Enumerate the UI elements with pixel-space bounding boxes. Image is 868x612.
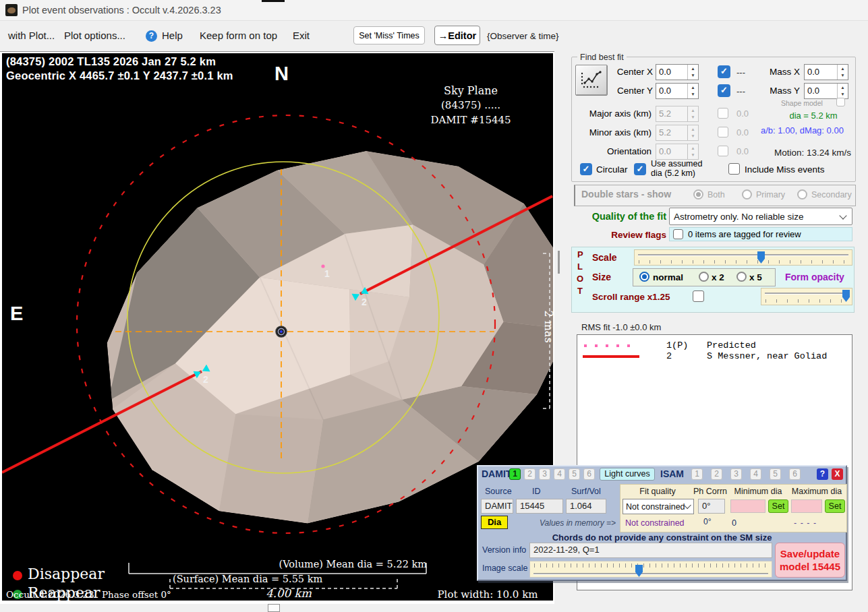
spin-down-icon[interactable]: ▼ (691, 73, 695, 78)
isam-tab-5[interactable]: 5 (770, 468, 781, 480)
center-y-checkbox[interactable]: ✓ (718, 84, 730, 97)
size-normal-radio[interactable] (639, 272, 649, 282)
ph-corrn-value[interactable]: 0° (698, 499, 725, 514)
light-curves-button[interactable]: Light curves (600, 468, 655, 481)
menu-help[interactable]: Help (162, 30, 183, 41)
sky-plane-canvas[interactable] (2, 53, 553, 601)
spin-down-icon[interactable]: ▼ (691, 115, 695, 120)
menu-plot-options[interactable]: Plot options... (64, 30, 125, 41)
damit-help-button[interactable]: ? (817, 468, 828, 480)
legend-row1-name[interactable]: Predicted (707, 340, 756, 350)
spin-down-icon[interactable]: ▼ (840, 73, 844, 78)
orientation-input[interactable]: 0.0 ▲▼ (656, 144, 699, 160)
image-scale-slider-thumb[interactable] (635, 565, 643, 577)
image-scale-slider[interactable] (529, 561, 772, 578)
menu-with-plot[interactable]: with Plot... (8, 30, 55, 41)
splitter-handle[interactable] (558, 251, 560, 274)
damit-tab-3[interactable]: 3 (539, 468, 550, 480)
center-marker[interactable] (276, 326, 287, 337)
set-miss-times-button[interactable]: Set 'Miss' Times (353, 26, 425, 44)
use-assumed-checkbox[interactable]: ✓ (634, 163, 646, 175)
plot-area[interactable]: (84375) 2002 TL135 2026 Jan 27 5.2 km Ge… (2, 53, 553, 601)
form-opacity-label: Form opacity (785, 272, 844, 282)
legend-row1-key[interactable]: 1(P) (666, 340, 688, 350)
isam-tab-2[interactable]: 2 (711, 468, 722, 480)
major-axis-input[interactable]: 5.2 ▲▼ (656, 106, 699, 122)
sky-plane-object: (84375) ..... (407, 99, 535, 111)
spin-up-icon[interactable]: ▲ (691, 146, 695, 151)
partial-control[interactable] (268, 604, 280, 612)
dia-button[interactable]: Dia (481, 516, 508, 529)
mass-x-spinner[interactable]: ▲▼ (837, 65, 848, 80)
double-stars-both-radio[interactable] (693, 189, 703, 200)
legend-row2-key[interactable]: 2 (666, 351, 672, 361)
isam-tab-6[interactable]: 6 (789, 468, 801, 480)
scale-slider[interactable] (634, 249, 852, 266)
title-bar[interactable]: Plot event observations : Occult v.4.202… (0, 0, 868, 21)
editor-button[interactable]: →Editor (434, 26, 480, 45)
center-x-spinner[interactable]: ▲▼ (687, 65, 698, 80)
mass-x-input[interactable]: 0.0 ▲▼ (804, 64, 848, 80)
menu-keep-form-on-top[interactable]: Keep form on top (200, 30, 277, 41)
save-update-button[interactable]: Save/update model 15445 (775, 543, 845, 578)
spin-down-icon[interactable]: ▼ (691, 153, 695, 158)
max-dia-set-button[interactable]: Set (825, 499, 845, 513)
damit-tab-1[interactable]: 1 (509, 468, 521, 480)
size-x5-radio[interactable] (736, 272, 747, 282)
damit-tab-5[interactable]: 5 (569, 468, 580, 480)
quality-of-fit-dropdown[interactable]: Astrometry only. No reliable size (669, 208, 852, 225)
damit-tab-4[interactable]: 4 (554, 468, 565, 480)
major-axis-checkbox[interactable] (718, 108, 728, 119)
damit-close-button[interactable]: X (832, 468, 843, 480)
mass-y-spinner[interactable]: ▲▼ (837, 84, 848, 98)
minor-axis-checkbox[interactable] (718, 127, 728, 137)
min-dia-set-button[interactable]: Set (768, 499, 788, 513)
orientation-checkbox[interactable] (718, 146, 728, 156)
minor-axis-input[interactable]: 5.2 ▲▼ (656, 125, 699, 141)
menu-exit[interactable]: Exit (293, 30, 310, 41)
spin-up-icon[interactable]: ▲ (691, 127, 695, 132)
center-y-spinner[interactable]: ▲▼ (687, 84, 698, 98)
help-icon[interactable]: ? (146, 30, 157, 42)
scroll-range-checkbox[interactable] (693, 290, 704, 302)
isam-tab-4[interactable]: 4 (750, 468, 761, 480)
center-x-checkbox[interactable]: ✓ (718, 65, 730, 78)
form-opacity-slider[interactable] (761, 288, 852, 305)
double-stars-primary-radio[interactable] (742, 189, 752, 200)
isam-tab-3[interactable]: 3 (730, 468, 742, 480)
spin-down-icon[interactable]: ▼ (691, 92, 695, 97)
sky-plane-label: Sky Plane (407, 84, 535, 97)
review-flags-checkbox[interactable] (673, 229, 683, 239)
spin-up-icon[interactable]: ▲ (840, 86, 844, 90)
minor-axis-spinner[interactable]: ▲▼ (687, 125, 698, 140)
center-y-input[interactable]: 0.0 ▲▼ (656, 83, 699, 99)
shape-model-checkbox[interactable] (836, 98, 845, 106)
id-header: ID (532, 487, 541, 496)
orientation-spinner[interactable]: ▲▼ (687, 144, 698, 159)
spin-up-icon[interactable]: ▲ (840, 67, 844, 71)
size-x2-radio[interactable] (699, 272, 709, 282)
damit-title: DAMIT (482, 468, 511, 479)
spin-up-icon[interactable]: ▲ (691, 109, 695, 113)
max-dia-field[interactable] (791, 499, 822, 513)
min-dia-field[interactable] (730, 499, 765, 513)
legend-row2-name[interactable]: S Messner, near Goliad (707, 351, 827, 361)
damit-tab-6[interactable]: 6 (583, 468, 595, 480)
major-axis-spinner[interactable]: ▲▼ (687, 106, 698, 121)
double-stars-secondary-radio[interactable] (797, 189, 807, 200)
spin-up-icon[interactable]: ▲ (691, 86, 695, 90)
center-x-input[interactable]: 0.0 ▲▼ (656, 64, 699, 80)
spin-up-icon[interactable]: ▲ (691, 67, 695, 71)
double-stars-secondary-label: Secondary (811, 190, 852, 200)
include-miss-checkbox[interactable] (728, 163, 740, 175)
spin-down-icon[interactable]: ▼ (840, 92, 844, 97)
mass-y-input[interactable]: 0.0 ▲▼ (804, 83, 848, 99)
isam-tab-1[interactable]: 1 (691, 468, 703, 480)
id-value[interactable]: 15445 (516, 499, 563, 514)
fit-quality-dropdown[interactable]: Not constrained (623, 499, 694, 514)
spin-down-icon[interactable]: ▼ (691, 134, 695, 139)
version-info-field[interactable]: 2022-11-29, Q=1 (529, 543, 772, 558)
circular-checkbox[interactable]: ✓ (580, 163, 592, 175)
east-label: E (10, 303, 23, 325)
damit-tab-2[interactable]: 2 (524, 468, 536, 480)
